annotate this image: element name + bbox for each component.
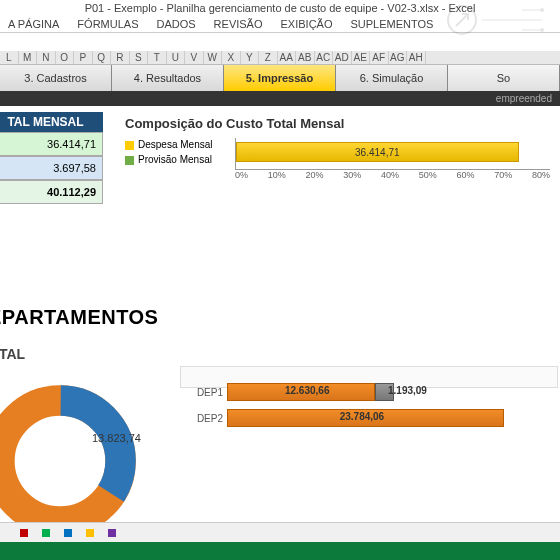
ribbon-tab-revisao[interactable]: REVISÃO — [214, 18, 263, 30]
composicao-chart: Composição do Custo Total Mensal Despesa… — [125, 116, 558, 169]
col-M[interactable]: M — [19, 51, 38, 64]
sheet-tab-2[interactable] — [42, 529, 50, 537]
ribbon-tab-formulas[interactable]: FÓRMULAS — [77, 18, 138, 30]
col-AA[interactable]: AA — [278, 51, 297, 64]
dep1-label: DEP1 — [189, 387, 227, 398]
sheet-tab-1[interactable] — [20, 529, 28, 537]
sheet-tab-3[interactable] — [64, 529, 72, 537]
col-V[interactable]: V — [185, 51, 204, 64]
ribbon-tab-exibicao[interactable]: EXIBIÇÃO — [281, 18, 333, 30]
col-AH[interactable]: AH — [407, 51, 426, 64]
nav-simulacao[interactable]: 6. Simulação — [336, 65, 448, 91]
col-AF[interactable]: AF — [370, 51, 389, 64]
col-Z[interactable]: Z — [259, 51, 278, 64]
col-X[interactable]: X — [222, 51, 241, 64]
column-headers: L M N O P Q R S T U V W X Y Z AA AB AC A… — [0, 51, 560, 65]
nav-cadastros[interactable]: 3. Cadastros — [0, 65, 112, 91]
donut-chart — [0, 381, 140, 541]
col-T[interactable]: T — [148, 51, 167, 64]
col-P[interactable]: P — [74, 51, 93, 64]
col-AC[interactable]: AC — [315, 51, 334, 64]
donut-value: 13.823,74 — [92, 432, 141, 444]
square-icon — [125, 156, 134, 165]
col-S[interactable]: S — [130, 51, 149, 64]
departamentos-title: EPARTAMENTOS — [0, 306, 158, 329]
col-U[interactable]: U — [167, 51, 186, 64]
dep1-v2: 1.193,09 — [388, 385, 427, 396]
brand-footer: empreended — [0, 91, 560, 106]
col-Y[interactable]: Y — [241, 51, 260, 64]
nav-so[interactable]: So — [448, 65, 560, 91]
nav-buttons: 3. Cadastros 4. Resultados 5. Impressão … — [0, 65, 560, 91]
ribbon-tab-suplementos[interactable]: SUPLEMENTOS — [350, 18, 433, 30]
sheet-tab-4[interactable] — [86, 529, 94, 537]
bar-despesa: 36.414,71 — [236, 142, 519, 162]
col-AD[interactable]: AD — [333, 51, 352, 64]
sheet-tab-5[interactable] — [108, 529, 116, 537]
dep2-v1: 23.784,06 — [340, 411, 385, 422]
dept-row-2: DEP2 23.784,06 — [189, 407, 549, 429]
dept-row-1: DEP1 12.630,66 1.193,09 — [189, 381, 549, 403]
col-AB[interactable]: AB — [296, 51, 315, 64]
total-subtitle: OTAL — [0, 346, 25, 362]
col-AE[interactable]: AE — [352, 51, 371, 64]
mensal-v2[interactable]: 3.697,58 — [0, 156, 103, 180]
svg-point-2 — [540, 28, 544, 32]
ribbon-tab-dados[interactable]: DADOS — [156, 18, 195, 30]
total-mensal-box: TAL MENSAL 36.414,71 3.697,58 40.112,29 — [0, 112, 103, 204]
col-N[interactable]: N — [37, 51, 56, 64]
total-mensal-header: TAL MENSAL — [0, 112, 103, 132]
dept-bar-chart: DEP1 12.630,66 1.193,09 DEP2 23.784,06 — [180, 366, 558, 388]
sheet-tabs — [0, 522, 560, 542]
stacked-bar: 36.414,71 — [235, 138, 550, 170]
x-axis: 0%10%20%30%40%50%60%70%80% — [235, 170, 550, 180]
mensal-total[interactable]: 40.112,29 — [0, 180, 103, 204]
col-O[interactable]: O — [56, 51, 75, 64]
status-bar — [0, 542, 560, 560]
square-icon — [125, 141, 134, 150]
comp-title: Composição do Custo Total Mensal — [125, 116, 558, 131]
mensal-v1[interactable]: 36.414,71 — [0, 132, 103, 156]
dep2-label: DEP2 — [189, 413, 227, 424]
col-L[interactable]: L — [0, 51, 19, 64]
sheet-content: TAL MENSAL 36.414,71 3.697,58 40.112,29 … — [0, 106, 560, 112]
col-W[interactable]: W — [204, 51, 223, 64]
dep1-v1: 12.630,66 — [285, 385, 330, 396]
nav-resultados[interactable]: 4. Resultados — [112, 65, 224, 91]
nav-impressao[interactable]: 5. Impressão — [224, 65, 336, 91]
col-AG[interactable]: AG — [389, 51, 408, 64]
svg-point-1 — [540, 8, 544, 12]
ribbon-tab-pagina[interactable]: A PÁGINA — [8, 18, 59, 30]
watermark-icon — [442, 0, 552, 40]
col-R[interactable]: R — [111, 51, 130, 64]
col-Q[interactable]: Q — [93, 51, 112, 64]
